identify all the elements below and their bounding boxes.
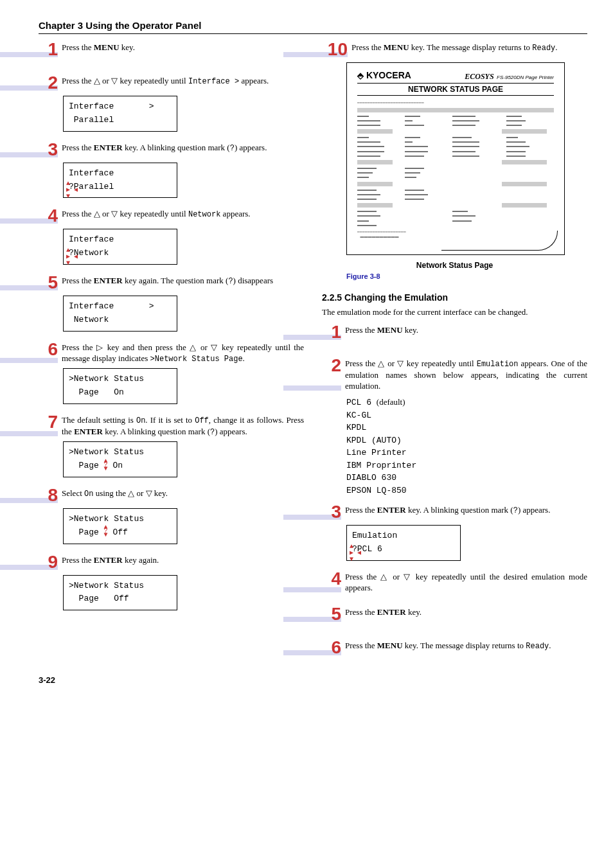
lcd-display: Emulation ?PCL 6▲▶ ◀▼ [346, 525, 461, 561]
step-text: Press the or key repeatedly until Emulat… [345, 357, 587, 392]
step-text: Select On using the or key. [62, 486, 304, 504]
step-text: Press the ENTER key again. [62, 553, 304, 571]
nsp-body: ━━━━━━━━━━━━━━━━━━━━━━━━━━ ▬▬▬▬▬▬▬▬▬▬▬▬▬… [357, 101, 554, 239]
chapter-title: Chapter 3 Using the Operator Panel [39, 19, 587, 34]
lcd-display: >Network Status Page ▲?▼ Off [63, 508, 177, 544]
step-9: 9 Press the ENTER key again. [39, 553, 304, 571]
step-number: 9 [39, 553, 58, 571]
step-text: Press the ENTER key. [345, 605, 587, 623]
blink-arrows-icon: ▲▶ ◀▼ [66, 181, 78, 200]
step-number: 3 [322, 503, 341, 521]
step-text: The default setting is On. If it is set … [62, 413, 304, 438]
step-3: 3 Press the ENTER key. A blinking questi… [39, 141, 304, 159]
blink-arrows-icon: ▲?▼ [104, 459, 108, 471]
step-text: Press the ENTER key. A blinking question… [345, 503, 587, 521]
step-number: 5 [39, 274, 58, 292]
lcd-display: >Network Status Page On [63, 368, 177, 404]
blink-arrows-icon: ▲▶ ◀▼ [66, 247, 78, 267]
step-number: 3 [39, 141, 58, 159]
right-column: 10 Press the MENU key. The message displ… [322, 40, 587, 660]
step-number: 2 [39, 74, 58, 92]
step-number: 1 [39, 40, 58, 58]
step-1: 1 Press the MENU key. [39, 40, 304, 58]
estep-3: 3 Press the ENTER key. A blinking questi… [322, 503, 587, 521]
step-text: Press the MENU key. [345, 323, 587, 341]
step-text: Press the ENTER key again. The question … [62, 274, 304, 292]
step-number: 4 [39, 207, 58, 225]
step-text: Press the key and then press the or key … [62, 341, 304, 365]
estep-1: 1 Press the MENU key. [322, 323, 587, 341]
network-status-page-figure: ⬘ KYOCERA ECOSYS FS-9520DN Page Printer … [346, 62, 565, 255]
kyocera-logo: ⬘ KYOCERA [357, 69, 411, 82]
lcd-display: Interface ?Network▲▶ ◀▼ [63, 229, 177, 265]
step-text: Press the MENU key. The message display … [351, 40, 587, 58]
nsp-title: NETWORK STATUS PAGE [357, 83, 554, 96]
estep-6: 6 Press the MENU key. The message displa… [322, 639, 587, 657]
estep-2: 2 Press the or key repeatedly until Emul… [322, 357, 587, 392]
lcd-display: Interface ?Parallel▲▶ ◀▼ [63, 163, 177, 199]
step-number: 4 [322, 570, 341, 594]
lcd-display: Interface > Network [63, 296, 177, 332]
step-5: 5 Press the ENTER key again. The questio… [39, 274, 304, 292]
nsp-caption: Network Status Page [322, 260, 587, 270]
step-6: 6 Press the key and then press the or ke… [39, 341, 304, 365]
step-2: 2 Press the or key repeatedly until Inte… [39, 74, 304, 92]
step-text: Press the ENTER key. A blinking question… [62, 141, 304, 159]
step-text: Press the MENU key. [62, 40, 304, 58]
step-8: 8 Select On using the or key. [39, 486, 304, 504]
blink-arrows-icon: ▲▶ ◀▼ [350, 544, 361, 563]
step-number: 10 [322, 40, 348, 58]
step-number: 6 [39, 341, 58, 365]
lcd-display: Interface > Parallel [63, 96, 177, 132]
estep-5: 5 Press the ENTER key. [322, 605, 587, 623]
estep-4: 4 Press the or key repeatedly until the … [322, 570, 587, 594]
printer-model: ECOSYS FS-9520DN Page Printer [465, 71, 554, 82]
lcd-display: >Network Status Page Off [63, 575, 177, 611]
step-text: Press the or key repeatedly until the de… [345, 570, 587, 594]
step-text: Press the or key repeatedly until Networ… [62, 207, 304, 225]
step-number: 1 [322, 323, 341, 341]
step-number: 8 [39, 486, 58, 504]
page-number: 3-22 [39, 675, 587, 686]
step-number: 2 [322, 357, 341, 392]
emulation-list: PCL 6 (default) KC-GL KPDL KPDL (AUTO) L… [346, 396, 587, 497]
step-10: 10 Press the MENU key. The message displ… [322, 40, 587, 58]
section-intro: The emulation mode for the current inter… [322, 306, 587, 318]
step-4: 4 Press the or key repeatedly until Netw… [39, 207, 304, 225]
step-number: 7 [39, 413, 58, 438]
step-number: 6 [322, 639, 341, 657]
figure-label: Figure 3-8 [346, 272, 587, 281]
blink-arrows-icon: ▲?▼ [104, 526, 108, 537]
section-heading: 2.2.5 Changing the Emulation [322, 292, 587, 304]
step-number: 5 [322, 605, 341, 623]
content-columns: 1 Press the MENU key. 2 Press the or key… [39, 40, 587, 660]
step-text: Press the MENU key. The message display … [345, 639, 587, 657]
left-column: 1 Press the MENU key. 2 Press the or key… [39, 40, 304, 660]
lcd-display: >Network Status Page ▲?▼ On [63, 441, 177, 477]
step-text: Press the or key repeatedly until Interf… [62, 74, 304, 92]
step-7: 7 The default setting is On. If it is se… [39, 413, 304, 438]
